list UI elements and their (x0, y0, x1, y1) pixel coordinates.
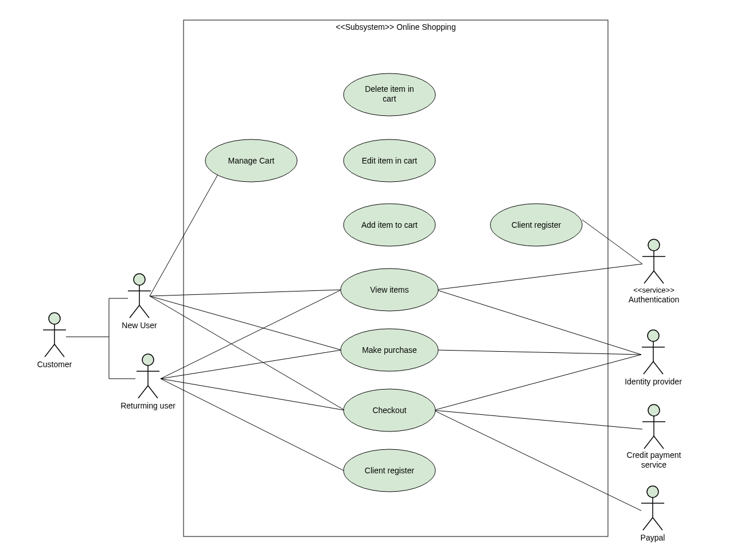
svg-line-28 (644, 436, 654, 449)
svg-line-24 (653, 361, 663, 374)
assoc-auth-viewitems (436, 264, 642, 290)
actor-credit-payment-label2: service (641, 460, 667, 469)
assoc-retuser-clientregister (161, 379, 344, 470)
usecase-checkout-label: Checkout (372, 406, 406, 415)
svg-line-9 (139, 305, 149, 318)
svg-line-8 (130, 305, 139, 318)
actor-identity-provider-label: Identity provider (625, 377, 682, 386)
svg-line-13 (138, 386, 148, 398)
usecase-add-item-label: Add item to cart (361, 220, 418, 230)
actor-paypal: Paypal (641, 486, 665, 542)
assoc-idp-viewitems (436, 290, 641, 355)
assoc-retuser-viewitems (161, 290, 341, 379)
actor-identity-provider: Identity provider (625, 330, 682, 386)
assoc-idp-makepurchase (436, 350, 641, 355)
usecase-client-register-top-label: Client register (512, 220, 562, 230)
usecase-make-purchase-label: Make purchase (362, 345, 417, 355)
actor-returning-user-label: Returming user (120, 401, 176, 410)
svg-line-29 (654, 436, 664, 449)
assoc-customer-newuser (66, 298, 128, 337)
usecase-delete-item-label1: Delete item in (365, 84, 414, 94)
assoc-newuser-checkout (150, 296, 345, 410)
usecase-manage-cart-label: Manage Cart (228, 156, 275, 165)
actor-credit-payment: Credit payment service (627, 405, 681, 469)
svg-line-14 (148, 386, 158, 398)
usecase-edit-item-label: Edit item in cart (362, 156, 418, 165)
assoc-idp-checkout (434, 355, 641, 410)
assoc-paypal-checkout (434, 410, 641, 511)
svg-point-0 (49, 313, 60, 324)
assoc-newuser-managecart (150, 169, 221, 296)
actor-authentication-stereo: <<service>> (633, 286, 675, 294)
actor-credit-payment-label1: Credit payment (627, 450, 681, 460)
actor-new-user: New User (122, 274, 157, 330)
svg-point-5 (134, 274, 145, 285)
svg-point-15 (648, 239, 660, 251)
use-case-diagram: <<Subsystem>> Online Shopping Manage Car… (0, 0, 729, 560)
usecase-delete-item-label2: cart (383, 94, 396, 103)
svg-point-30 (647, 486, 658, 497)
system-title: <<Subsystem>> Online Shopping (336, 22, 455, 32)
svg-line-23 (644, 361, 653, 374)
usecase-client-register-bottom-label: Client register (365, 466, 415, 475)
assoc-customer-returninguser (109, 337, 135, 379)
svg-point-10 (142, 354, 154, 365)
svg-line-3 (45, 344, 54, 357)
assoc-retuser-makepurchase (161, 350, 341, 379)
svg-point-25 (648, 405, 660, 416)
assoc-retuser-checkout (161, 379, 345, 410)
actor-customer: Customer (37, 313, 72, 369)
assoc-auth-clientregister (582, 220, 642, 264)
svg-line-33 (643, 518, 653, 530)
actor-new-user-label: New User (122, 321, 157, 330)
svg-line-4 (54, 344, 64, 357)
usecase-view-items-label: View items (370, 285, 408, 294)
actor-customer-label: Customer (37, 360, 72, 369)
assoc-credit-checkout (434, 410, 642, 429)
assoc-newuser-viewitems (150, 290, 341, 296)
svg-line-18 (644, 271, 654, 283)
actor-authentication: <<service>> Authentication (629, 239, 680, 304)
svg-point-20 (648, 330, 659, 341)
svg-line-19 (654, 271, 664, 283)
actor-authentication-label: Authentication (629, 295, 680, 304)
actor-paypal-label: Paypal (641, 533, 665, 542)
svg-line-34 (653, 518, 662, 530)
